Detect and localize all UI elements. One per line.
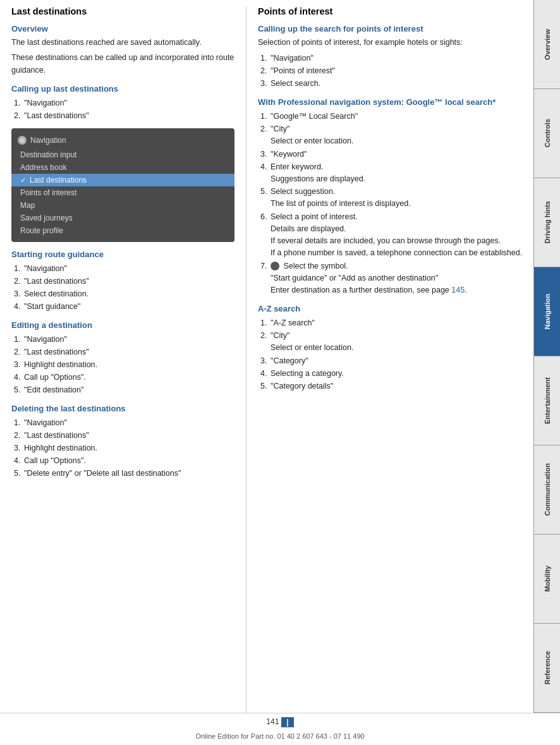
nav-menu-header: Navigation <box>11 133 234 148</box>
list-item: Selecting a category. <box>269 367 523 380</box>
tab-reference[interactable]: Reference <box>533 624 560 713</box>
list-item: "Navigation" <box>23 262 234 275</box>
tab-communication[interactable]: Communication <box>533 445 560 535</box>
list-item: Select a point of interest. Details are … <box>269 210 523 260</box>
starting-title: Starting route guidance <box>11 250 234 259</box>
overview-para1: The last destinations reached are saved … <box>11 37 234 49</box>
nav-icon <box>18 136 27 145</box>
tab-navigation[interactable]: Navigation <box>533 267 560 356</box>
list-item: "Points of interest" <box>269 64 523 77</box>
list-item: "Category details" <box>269 380 523 392</box>
list-item: Highlight destination. <box>23 358 234 371</box>
list-item: "City" Select or enter location. <box>269 329 523 354</box>
list-item: "Last destinations" <box>23 275 234 288</box>
tab-entertainment[interactable]: Entertainment <box>533 356 560 445</box>
tab-driving-hints[interactable]: Driving hints <box>533 178 560 267</box>
list-item: Enter keyword. Suggestions are displayed… <box>269 161 523 185</box>
page-marker: | <box>281 717 293 727</box>
right-main-title: Points of interest <box>258 6 523 16</box>
list-item: "Last destinations" <box>23 109 234 122</box>
step7-sub: "Start guidance" or "Add as another dest… <box>259 272 523 297</box>
nav-menu-item-poi: Points of interest <box>11 186 234 199</box>
starting-steps: "Navigation" "Last destinations" Select … <box>23 262 234 313</box>
list-item: "Navigation" <box>23 97 234 109</box>
nav-menu-box: Navigation Destination input Address boo… <box>11 128 234 242</box>
nav-menu-item-destination: Destination input <box>11 148 234 161</box>
nav-menu-item-label: Destination input <box>20 150 76 159</box>
tab-controls[interactable]: Controls <box>533 89 560 178</box>
list-item: "Navigation" <box>23 416 234 429</box>
list-item: Select search. <box>269 77 523 90</box>
tab-communication-label: Communication <box>544 463 551 516</box>
professional-steps: "Google™ Local Search" "City" Select or … <box>269 110 523 296</box>
page-number: 141 <box>266 717 279 726</box>
professional-title: With Professional navigation system: Goo… <box>258 97 523 107</box>
nav-menu-item-label: Saved journeys <box>20 214 73 222</box>
list-item: "A-Z search" <box>269 317 523 329</box>
nav-menu-item-route: Route profile <box>11 224 234 237</box>
list-item: "City" Select or enter location. <box>269 123 523 147</box>
step6-sub: Details are displayed.If several details… <box>259 223 523 260</box>
nav-menu-item-label: Route profile <box>20 226 63 235</box>
list-item: "Navigation" <box>269 52 523 64</box>
tab-mobility-label: Mobility <box>544 566 551 592</box>
poi-steps: "Navigation" "Points of interest" Select… <box>269 52 523 90</box>
list-item: "Last destinations" <box>23 346 234 358</box>
sidebar-tabs: Overview Controls Driving hints Navigati… <box>533 0 560 713</box>
list-item: Select suggestion. The list of points of… <box>269 185 523 210</box>
svg-point-0 <box>20 138 25 143</box>
tab-overview[interactable]: Overview <box>533 0 560 89</box>
check-icon: ✓ <box>20 176 26 185</box>
nav-menu-item-label: Map <box>20 201 35 210</box>
nav-menu-item-saved: Saved journeys <box>11 212 234 224</box>
overview-para2: These destinations can be called up and … <box>11 52 234 76</box>
list-item: Select destination. <box>23 288 234 300</box>
tab-navigation-label: Navigation <box>544 294 551 329</box>
deleting-steps: "Navigation" "Last destinations" Highlig… <box>23 416 234 480</box>
left-column: Last destinations Overview The last dest… <box>0 6 247 713</box>
list-item: "Category" <box>269 354 523 367</box>
tab-mobility[interactable]: Mobility <box>533 535 560 624</box>
tab-controls-label: Controls <box>544 119 551 147</box>
editing-title: Editing a destination <box>11 320 234 330</box>
nav-menu-item-label: Last destinations <box>30 176 87 185</box>
calling-up-steps: "Navigation" "Last destinations" <box>23 97 234 122</box>
phone-icon <box>271 262 279 270</box>
list-item: "Last destinations" <box>23 429 234 442</box>
list-item: "Keyword" <box>269 148 523 161</box>
calling-up-title: Calling up last destinations <box>11 84 234 94</box>
list-item: "Start guidance" <box>23 300 234 313</box>
list-item: "Edit destination" <box>23 384 234 396</box>
left-main-title: Last destinations <box>11 6 234 16</box>
nav-menu-header-label: Navigation <box>30 136 66 145</box>
list-item: Select the symbol. "Start guidance" or "… <box>269 260 523 297</box>
az-steps: "A-Z search" "City" Select or enter loca… <box>269 317 523 392</box>
list-item: Call up "Options". <box>23 454 234 467</box>
list-item: "Navigation" <box>23 333 234 346</box>
editing-steps: "Navigation" "Last destinations" Highlig… <box>23 333 234 396</box>
tab-overview-label: Overview <box>544 29 551 60</box>
nav-menu-item-label: Address book <box>20 163 66 172</box>
nav-menu-item-label: Points of interest <box>20 188 76 197</box>
footer-text: Online Edition for Part no. 01 40 2 607 … <box>0 730 560 745</box>
list-item: Call up "Options". <box>23 371 234 384</box>
calling-up-poi-title: Calling up the search for points of inte… <box>258 24 523 33</box>
list-item: "Delete entry" or "Delete all last desti… <box>23 467 234 480</box>
page-number-row: 141| <box>0 713 560 730</box>
tab-driving-hints-label: Driving hints <box>544 201 551 243</box>
nav-menu-item-map: Map <box>11 199 234 212</box>
list-item: Highlight destination. <box>23 442 234 454</box>
tab-reference-label: Reference <box>544 651 551 684</box>
nav-menu-item-address: Address book <box>11 161 234 174</box>
deleting-title: Deleting the last destinations <box>11 404 234 413</box>
page-link[interactable]: 145 <box>451 286 465 294</box>
nav-menu-item-last: ✓ Last destinations <box>11 174 234 186</box>
right-column: Points of interest Calling up the search… <box>247 6 560 713</box>
az-search-title: A-Z search <box>258 304 523 313</box>
tab-entertainment-label: Entertainment <box>544 377 551 424</box>
poi-intro: Selection of points of interest, for exa… <box>258 37 523 49</box>
overview-title: Overview <box>11 24 234 33</box>
list-item: "Google™ Local Search" <box>269 110 523 123</box>
